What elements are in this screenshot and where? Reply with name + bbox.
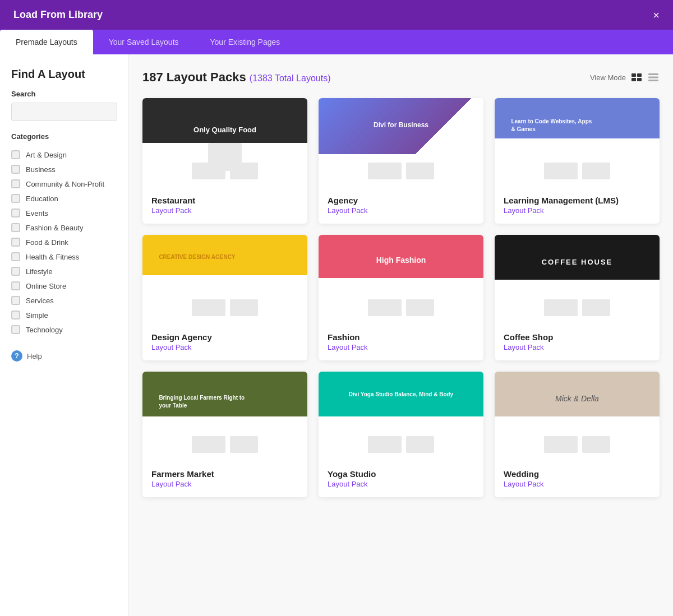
card-title-restaurant: Restaurant xyxy=(151,196,298,205)
svg-rect-3 xyxy=(637,78,642,81)
category-label-business: Business xyxy=(26,165,56,174)
card-title-fashion: Fashion xyxy=(328,332,474,342)
layout-card-lms[interactable]: Learning Management (LMS) Layout Pack xyxy=(495,98,660,224)
list-view-icon[interactable] xyxy=(647,71,660,84)
category-label-events: Events xyxy=(26,209,48,217)
sidebar-title: Find A Layout xyxy=(11,68,117,81)
category-item-events[interactable]: Events xyxy=(11,206,117,220)
card-title-coffee-shop: Coffee Shop xyxy=(504,332,651,342)
mini-content-coffee-shop xyxy=(495,291,660,325)
category-label-fashion-beauty: Fashion & Beauty xyxy=(26,224,84,232)
tab-bar: Premade Layouts Your Saved Layouts Your … xyxy=(0,30,673,54)
category-item-services[interactable]: Services xyxy=(11,293,117,308)
mini-content-restaurant xyxy=(142,154,307,188)
card-preview-design-agency xyxy=(142,235,307,325)
svg-rect-5 xyxy=(648,77,658,78)
card-title-agency: Agency xyxy=(328,196,474,205)
category-label-simple: Simple xyxy=(26,311,48,319)
mini-content-fashion xyxy=(319,291,483,325)
card-info-farmers-market: Farmers Market Layout Pack xyxy=(142,461,307,497)
layout-card-fashion[interactable]: Fashion Layout Pack xyxy=(319,235,483,360)
card-info-restaurant: Restaurant Layout Pack xyxy=(142,188,307,224)
category-checkbox-community[interactable] xyxy=(11,179,20,188)
card-subtitle-agency: Layout Pack xyxy=(328,206,474,215)
card-info-lms: Learning Management (LMS) Layout Pack xyxy=(495,188,660,224)
search-input[interactable] xyxy=(11,103,117,121)
category-checkbox-services[interactable] xyxy=(11,296,20,305)
mini-content-farmers-market xyxy=(142,428,307,461)
content-area: Find A Layout Search Categories Art & De… xyxy=(0,54,673,616)
category-checkbox-food-drink[interactable] xyxy=(11,238,20,247)
category-label-online-store: Online Store xyxy=(26,282,66,290)
card-preview-lms xyxy=(495,98,660,188)
help-button[interactable]: ? Help xyxy=(11,350,42,362)
card-preview-restaurant xyxy=(142,98,307,188)
category-checkbox-technology[interactable] xyxy=(11,325,20,334)
category-checkbox-education[interactable] xyxy=(11,194,20,203)
card-preview-farmers-market xyxy=(142,372,307,461)
mini-content-lms xyxy=(495,154,660,188)
layout-card-farmers-market[interactable]: Farmers Market Layout Pack xyxy=(142,372,307,497)
category-item-community[interactable]: Community & Non-Profit xyxy=(11,177,117,191)
category-item-technology[interactable]: Technology xyxy=(11,322,117,337)
modal-header: Load From Library × xyxy=(0,0,673,30)
category-item-art-design[interactable]: Art & Design xyxy=(11,147,117,162)
card-subtitle-coffee-shop: Layout Pack xyxy=(504,343,651,351)
category-item-simple[interactable]: Simple xyxy=(11,308,117,322)
categories-title: Categories xyxy=(11,132,117,141)
category-item-business[interactable]: Business xyxy=(11,162,117,177)
card-preview-agency xyxy=(319,98,483,188)
layout-card-restaurant[interactable]: Restaurant Layout Pack xyxy=(142,98,307,224)
modal-title: Load From Library xyxy=(13,9,103,21)
card-title-lms: Learning Management (LMS) xyxy=(504,196,651,205)
search-label: Search xyxy=(11,90,117,98)
layout-card-yoga-studio[interactable]: Yoga Studio Layout Pack xyxy=(319,372,483,497)
category-item-fashion-beauty[interactable]: Fashion & Beauty xyxy=(11,220,117,235)
layout-card-wedding[interactable]: Wedding Layout Pack xyxy=(495,372,660,497)
category-checkbox-art-design[interactable] xyxy=(11,150,20,159)
category-item-food-drink[interactable]: Food & Drink xyxy=(11,235,117,249)
count-text: 187 Layout Packs xyxy=(142,70,246,84)
category-checkbox-fashion-beauty[interactable] xyxy=(11,223,20,232)
category-label-lifestyle: Lifestyle xyxy=(26,267,53,276)
close-button[interactable]: × xyxy=(653,10,660,21)
mini-block-2 xyxy=(230,299,258,316)
card-subtitle-restaurant: Layout Pack xyxy=(151,206,298,215)
card-subtitle-farmers-market: Layout Pack xyxy=(151,480,298,488)
layouts-grid: Restaurant Layout Pack Agency Layout Pac… xyxy=(142,98,660,497)
category-label-community: Community & Non-Profit xyxy=(26,180,104,188)
layout-card-coffee-shop[interactable]: Coffee Shop Layout Pack xyxy=(495,235,660,360)
layout-card-agency[interactable]: Agency Layout Pack xyxy=(319,98,483,224)
mini-block-2 xyxy=(582,163,610,179)
main-header: 187 Layout Packs (1383 Total Layouts) Vi… xyxy=(142,70,660,85)
category-checkbox-health-fitness[interactable] xyxy=(11,252,20,261)
mini-content-yoga-studio xyxy=(319,428,483,461)
card-title-farmers-market: Farmers Market xyxy=(151,469,298,479)
category-checkbox-business[interactable] xyxy=(11,165,20,174)
category-item-lifestyle[interactable]: Lifestyle xyxy=(11,264,117,279)
card-subtitle-lms: Layout Pack xyxy=(504,206,651,215)
help-label: Help xyxy=(27,352,42,360)
grid-view-icon[interactable] xyxy=(630,71,643,84)
tab-saved[interactable]: Your Saved Layouts xyxy=(93,30,195,54)
mini-block-1 xyxy=(192,163,225,179)
mini-block-1 xyxy=(544,299,578,316)
category-item-education[interactable]: Education xyxy=(11,191,117,206)
category-checkbox-lifestyle[interactable] xyxy=(11,267,20,276)
category-label-food-drink: Food & Drink xyxy=(26,238,68,247)
layout-card-design-agency[interactable]: Design Agency Layout Pack xyxy=(142,235,307,360)
category-checkbox-simple[interactable] xyxy=(11,311,20,319)
category-item-online-store[interactable]: Online Store xyxy=(11,279,117,293)
categories-list: Art & Design Business Community & Non-Pr… xyxy=(11,147,117,337)
tab-existing[interactable]: Your Existing Pages xyxy=(195,30,296,54)
tab-premade[interactable]: Premade Layouts xyxy=(0,30,93,54)
main-content: 187 Layout Packs (1383 Total Layouts) Vi… xyxy=(129,54,673,616)
help-icon: ? xyxy=(11,350,22,362)
card-subtitle-design-agency: Layout Pack xyxy=(151,343,298,351)
category-item-health-fitness[interactable]: Health & Fitness xyxy=(11,249,117,264)
category-checkbox-events[interactable] xyxy=(11,209,20,217)
sidebar: Find A Layout Search Categories Art & De… xyxy=(0,54,129,616)
svg-rect-1 xyxy=(637,73,642,77)
mini-content-wedding xyxy=(495,428,660,461)
category-checkbox-online-store[interactable] xyxy=(11,281,20,290)
